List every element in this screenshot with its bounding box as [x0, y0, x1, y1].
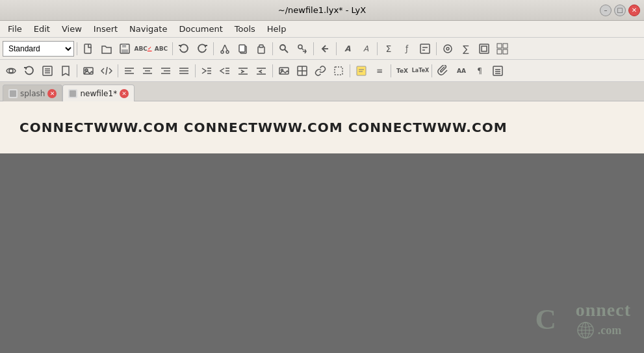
indent1-button[interactable] [198, 62, 215, 79]
note-button[interactable] [353, 62, 370, 79]
redo-button[interactable] [194, 40, 211, 57]
svg-rect-23 [482, 46, 487, 51]
insert-image-button[interactable] [276, 62, 292, 79]
open-file-button[interactable] [98, 40, 115, 57]
find-replace-button[interactable] [294, 40, 311, 57]
attach-button[interactable] [435, 62, 452, 79]
bookmark-button[interactable] [57, 62, 74, 79]
separator9 [77, 64, 77, 77]
globe-icon [576, 320, 595, 340]
close-button[interactable]: ✕ [628, 5, 640, 16]
separator10 [118, 64, 118, 77]
menu-tools[interactable]: Tools [229, 23, 261, 35]
align-left-button[interactable] [121, 62, 138, 79]
ref-button[interactable]: ¶ [471, 62, 488, 79]
svg-rect-9 [239, 45, 245, 52]
svg-rect-11 [259, 45, 263, 47]
char-style-button[interactable]: A [339, 40, 356, 57]
new-file-button[interactable] [80, 40, 97, 57]
style-dropdown[interactable]: Standard [3, 41, 74, 57]
spellcheck-button[interactable]: ABC✓ [135, 40, 151, 57]
math-formula-button[interactable] [417, 40, 433, 57]
svg-rect-26 [497, 49, 502, 54]
copy-button[interactable] [235, 40, 251, 57]
svg-rect-63 [335, 67, 342, 75]
separator2 [172, 42, 173, 55]
menu-insert[interactable]: Insert [88, 23, 123, 35]
special2-button[interactable]: ∑ [457, 40, 474, 57]
menu-file[interactable]: File [3, 23, 27, 35]
separator14 [391, 64, 391, 77]
indent2-button[interactable] [216, 62, 233, 79]
char-style2-button[interactable]: A [357, 40, 374, 57]
document-text: CONNECTWWW.COM CONNECTWWW.COM CONNECTWWW… [19, 120, 508, 135]
align-right-button[interactable] [157, 62, 174, 79]
svg-line-35 [106, 67, 107, 75]
svg-rect-67 [493, 66, 502, 75]
svg-point-21 [446, 47, 449, 50]
special3-button[interactable] [476, 40, 493, 57]
help-icon-button[interactable] [489, 62, 506, 79]
cut-button[interactable] [216, 40, 233, 57]
toolbar2: ≡ TeX LaTeX AA ¶ [0, 60, 644, 82]
tab-newfile1-close[interactable]: ✕ [120, 89, 129, 98]
content-area: CONNECTWWW.COM CONNECTWWW.COM CONNECTWWW… [0, 101, 644, 353]
justify-button[interactable] [175, 62, 192, 79]
math-sum-button[interactable]: Σ [380, 40, 397, 57]
undo-button[interactable] [175, 40, 192, 57]
insert-box-button[interactable] [330, 62, 347, 79]
tab-splash-close[interactable]: ✕ [47, 89, 57, 98]
search2-button[interactable]: AA [453, 62, 470, 79]
tab-newfile1-label: newfile1* [80, 89, 117, 98]
tab-bar: splash ✕ newfile1* ✕ [0, 82, 644, 101]
separator [77, 42, 77, 55]
save-file-button[interactable] [116, 40, 133, 57]
view-toggle-button[interactable] [3, 62, 19, 79]
insert-link-button[interactable] [312, 62, 329, 79]
menu-navigate[interactable]: Navigate [124, 23, 172, 35]
separator8 [436, 42, 437, 55]
svg-rect-0 [84, 44, 91, 53]
svg-point-4 [221, 51, 224, 53]
document-area[interactable]: CONNECTWWW.COM CONNECTWWW.COM CONNECTWWW… [0, 101, 644, 153]
special1-button[interactable] [439, 40, 456, 57]
outline-button[interactable] [39, 62, 56, 79]
separator11 [195, 64, 196, 77]
svg-rect-2 [122, 44, 126, 47]
math-func-button[interactable]: ƒ [398, 40, 415, 57]
special4-button[interactable] [494, 40, 511, 57]
image-view-button[interactable] [80, 62, 97, 79]
tab-newfile1-icon [68, 89, 77, 98]
separator5 [313, 42, 314, 55]
find-button[interactable] [276, 40, 292, 57]
refresh-button[interactable] [21, 62, 38, 79]
back-button[interactable] [316, 40, 333, 57]
separator3 [213, 42, 214, 55]
latex-button[interactable]: LaTeX [412, 62, 429, 79]
annotation-button[interactable]: ≡ [371, 62, 388, 79]
separator6 [336, 42, 337, 55]
code-view-button[interactable] [98, 62, 115, 79]
toolbar1: Standard ABC✓ ABC [0, 38, 644, 60]
align-center-button[interactable] [139, 62, 156, 79]
indent4-button[interactable] [253, 62, 270, 79]
paste-button[interactable] [253, 40, 270, 57]
title-bar: ~/newfile1.lyx* - LyX – □ ✕ [0, 0, 644, 21]
spellcheck2-button[interactable]: ABC [153, 40, 170, 57]
svg-point-5 [226, 51, 229, 53]
svg-rect-27 [503, 49, 508, 54]
insert-table-button[interactable] [294, 62, 311, 79]
maximize-button[interactable]: □ [614, 5, 626, 16]
svg-text:C: C [535, 303, 556, 335]
tex-button[interactable]: TeX [394, 62, 411, 79]
menu-view[interactable]: View [57, 23, 87, 35]
separator13 [350, 64, 350, 77]
indent3-button[interactable] [235, 62, 251, 79]
menu-edit[interactable]: Edit [29, 23, 55, 35]
menu-help[interactable]: Help [262, 23, 292, 35]
menu-document[interactable]: Document [174, 23, 227, 35]
window-title: ~/newfile1.lyx* - LyX [278, 5, 366, 15]
tab-newfile1[interactable]: newfile1* ✕ [62, 85, 135, 101]
tab-splash[interactable]: splash ✕ [3, 85, 62, 101]
minimize-button[interactable]: – [600, 5, 612, 16]
